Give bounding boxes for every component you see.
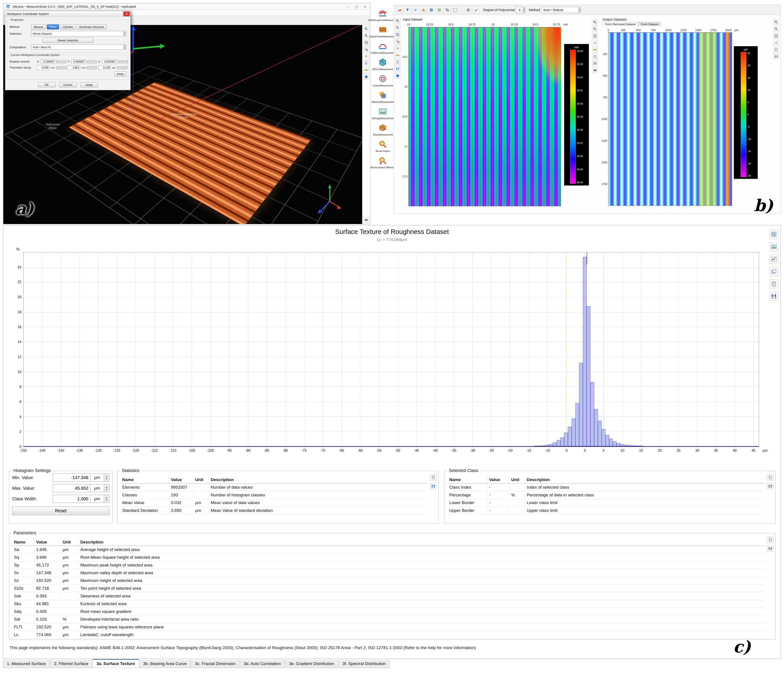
- zoom-out-icon[interactable]: [364, 33, 369, 39]
- zoom-out-icon[interactable]: [773, 26, 779, 32]
- max-value-input[interactable]: [53, 484, 90, 492]
- copy-icon[interactable]: [395, 59, 400, 65]
- info-icon[interactable]: i: [395, 73, 400, 78]
- zoom-out-icon[interactable]: [592, 26, 598, 32]
- rotation-z-slider[interactable]: [118, 60, 128, 63]
- plane-fit-icon[interactable]: [412, 7, 419, 13]
- save-icon[interactable]: [773, 53, 779, 59]
- module-volumemeasurement[interactable]: VolumeMeasurement: [372, 123, 394, 136]
- table-row[interactable]: Lower Border-Lower class limit: [447, 499, 764, 507]
- table-row[interactable]: Sv147.348μmMaximum valley depth of selec…: [12, 569, 764, 577]
- table-view-icon[interactable]: [769, 230, 778, 239]
- save-icon[interactable]: [767, 545, 774, 552]
- snapshot-icon[interactable]: [364, 217, 369, 223]
- table-row[interactable]: Standard Deviation3.690μmMean Value of s…: [120, 507, 427, 515]
- table-row[interactable]: Mean Value0.032μmMean value of data valu…: [120, 499, 427, 507]
- copy-icon[interactable]: [767, 474, 774, 480]
- table-row[interactable]: Sz192.520μmMaximum height of selected ar…: [12, 577, 764, 585]
- filter-icon[interactable]: [404, 7, 411, 13]
- translation-x-input[interactable]: [37, 66, 49, 70]
- tab-3f-spectral-distribution[interactable]: 3f. Spectral Distribution: [339, 660, 390, 668]
- table-row[interactable]: Lc774.069μmLambdaC: cutoff wavelength: [12, 631, 764, 639]
- sphere-fit-icon[interactable]: [428, 7, 435, 13]
- module-surfacetexturemeasurement[interactable]: SurfaceTextureMeasurement: [372, 25, 394, 38]
- input-heightmap[interactable]: [409, 27, 561, 206]
- tab-1-measured-surface[interactable]: 1. Measured Surface: [3, 660, 50, 668]
- zoom-in-icon[interactable]: [364, 26, 369, 32]
- table-row[interactable]: Elements9953307Number of data values: [120, 484, 427, 491]
- zoom-fit-icon[interactable]: [395, 32, 400, 37]
- unit-select[interactable]: μm: [90, 495, 104, 503]
- zoom-out-icon[interactable]: [395, 25, 400, 31]
- histogram-plot[interactable]: [23, 252, 759, 447]
- module-3dformmeasurement[interactable]: 3DFormMeasurement: [372, 58, 394, 70]
- tab-3d-auto-correlation[interactable]: 3d. Auto Correlation: [240, 660, 285, 668]
- stepper-icon[interactable]: ▴▾: [104, 484, 109, 492]
- polynomial-fit-icon[interactable]: [420, 7, 427, 13]
- save-icon[interactable]: [395, 66, 400, 72]
- pan-icon[interactable]: [364, 53, 369, 59]
- save-icon[interactable]: [592, 60, 598, 66]
- pan-icon[interactable]: [592, 40, 598, 45]
- zoom-in-icon[interactable]: [592, 19, 598, 25]
- stepper-icon[interactable]: ▴▾: [123, 45, 126, 50]
- measure-icon[interactable]: [592, 47, 598, 52]
- surface-icon[interactable]: [396, 7, 403, 13]
- measure-icon[interactable]: [364, 67, 369, 73]
- pan-icon[interactable]: [773, 40, 779, 45]
- zoom-in-icon[interactable]: [395, 18, 400, 23]
- copy-icon[interactable]: [592, 53, 598, 59]
- copy-icon[interactable]: [430, 474, 437, 480]
- table-row[interactable]: Sa1.945μmAverage height of selected area: [12, 546, 764, 554]
- module-differencemeasurement[interactable]: DifferenceMeasurement: [372, 90, 394, 103]
- method-manual-button[interactable]: Manual: [31, 24, 45, 30]
- tab-form-removed-dataset[interactable]: Form Removed Dataset: [603, 22, 638, 26]
- zoom-fit-icon[interactable]: [773, 33, 779, 39]
- min-value-input[interactable]: [53, 474, 90, 482]
- translation-x-slider[interactable]: [56, 66, 66, 69]
- table-row[interactable]: Sku44.981Kurtosis of selected area: [12, 600, 764, 608]
- rotation-x-input[interactable]: [40, 59, 55, 64]
- method-plane-button[interactable]: Plane: [47, 24, 59, 30]
- tab-3b-bearing-area-curve[interactable]: 3b. Bearing Area Curve: [139, 660, 191, 668]
- translation-y-input[interactable]: [68, 66, 80, 70]
- tab-3a-surface-texture[interactable]: 3a. Surface Texture: [93, 659, 139, 668]
- table-row[interactable]: FLTt192.520μmFlatness using least square…: [12, 623, 764, 631]
- selection-select[interactable]: Whole Dataset ▴▾: [31, 31, 126, 36]
- zoom-fit-icon[interactable]: [364, 40, 369, 45]
- measure-icon[interactable]: [395, 52, 400, 58]
- dialog-title-bar[interactable]: Workpiece Coordinate System ✕: [5, 11, 131, 17]
- copy-icon[interactable]: [767, 537, 774, 543]
- method-select[interactable]: Auto / Robust ▴▾: [541, 7, 581, 13]
- rotation-y-input[interactable]: [72, 59, 86, 64]
- snapshot-icon[interactable]: [592, 67, 598, 73]
- save-icon[interactable]: [767, 483, 774, 490]
- clear-button[interactable]: Clear: [115, 72, 126, 76]
- reset-button[interactable]: Reset: [12, 506, 109, 515]
- zoom-fit-icon[interactable]: [592, 33, 598, 39]
- table-row[interactable]: Percentage-%Percentage of data in select…: [447, 491, 764, 499]
- pan-icon[interactable]: [395, 45, 400, 51]
- module-2dimagemeasurement[interactable]: 2DImageMeasurement: [372, 107, 394, 120]
- cancel-button[interactable]: Cancel: [59, 82, 77, 87]
- table-row[interactable]: Sdq0.405Root mean square gradient: [12, 608, 764, 616]
- stepper-icon[interactable]: ▴▾: [523, 7, 525, 13]
- table-row[interactable]: Sq3.690μmRoot-Mean-Square height of sele…: [12, 554, 764, 562]
- rotate-view-icon[interactable]: [364, 60, 369, 66]
- tab-3e-gradient-distribution[interactable]: 3e. Gradient Distribution: [285, 660, 338, 668]
- degree-of-polynomial-stepper[interactable]: 3 ▴▾: [516, 7, 525, 13]
- rotation-y-slider[interactable]: [87, 60, 97, 63]
- save-icon[interactable]: [430, 483, 437, 490]
- close-icon[interactable]: ✕: [123, 11, 130, 16]
- rotation-z-input[interactable]: [102, 59, 116, 64]
- method-dominant-structure-button[interactable]: Dominant Structure: [77, 24, 107, 30]
- zoom-selection-icon[interactable]: [364, 47, 369, 52]
- module-profileformmeasurement[interactable]: ProfileFormMeasurement: [372, 42, 394, 54]
- module-profileroughnessmeasurement[interactable]: ProfileRoughnessMeasurement: [372, 9, 394, 22]
- tab-2-filtered-surface[interactable]: 2. Filtered Surface: [50, 660, 92, 668]
- table-row[interactable]: Sp45.172μmMaximum peak height of selecte…: [12, 562, 764, 569]
- unit-select[interactable]: μm: [90, 484, 104, 492]
- method-cylinder-button[interactable]: Cylinder: [60, 24, 76, 30]
- module-alicona-inspect[interactable]: Alicona Inspect: [372, 140, 394, 152]
- translation-z-slider[interactable]: [117, 66, 127, 69]
